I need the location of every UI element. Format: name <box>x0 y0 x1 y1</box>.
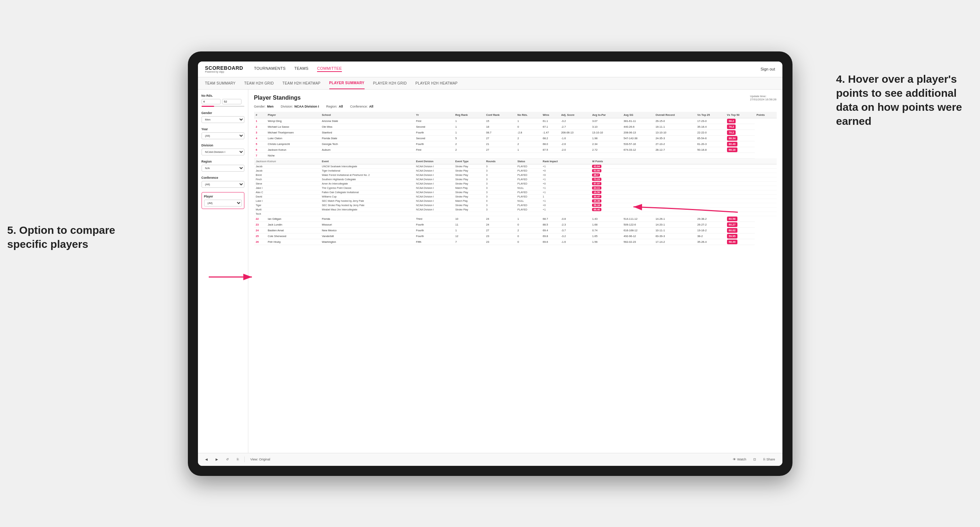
update-time-area: Update time: 27/01/2024 16:56:26 <box>750 95 776 101</box>
filter-division-value: NCAA Division I <box>294 105 319 108</box>
update-date: 27/01/2024 16:56:26 <box>750 98 776 101</box>
sub-nav-team-summary[interactable]: TEAM SUMMARY <box>205 77 236 89</box>
toolbar-icon-button[interactable]: ⊡ <box>751 457 758 462</box>
col-to-par: Avg to-Par <box>590 112 622 118</box>
event-col-rounds: Rounds <box>484 158 516 164</box>
yr-cell: First <box>414 118 453 124</box>
col-conf-rank: Conf Rank <box>484 112 516 118</box>
annotation-5: 5. Option to compare specific players <box>7 223 130 251</box>
filter-conference: Conference: All <box>350 105 374 108</box>
points-cell-1[interactable]: 98.2 <box>725 118 755 124</box>
points-cell-5[interactable]: 80.49 <box>725 141 755 147</box>
reload-button[interactable]: ↺ <box>224 457 231 462</box>
view-original-label: View: Original <box>250 457 270 461</box>
sidebar-player-section: Player (All) <box>202 192 244 209</box>
sidebar: No Rds. Gender Men Women <box>198 90 248 453</box>
filter-division-label: Division: <box>281 105 293 108</box>
sidebar-division-section: Division NCAA Division I <box>202 143 244 156</box>
filter-gender-value: Men <box>267 105 274 108</box>
event-detail-row: Tech <box>254 211 777 216</box>
filter-gender: Gender: Men <box>254 105 274 108</box>
table-row: 1 Wenyi Ding Arizona State First 115161.… <box>254 118 777 124</box>
col-reg-rank: Reg Rank <box>453 112 484 118</box>
no-rds-min-input[interactable] <box>202 99 221 104</box>
share-button[interactable]: ⎘ Share <box>761 457 777 462</box>
points-cell-25[interactable]: 59.95 <box>725 233 755 239</box>
sidebar-region-section: Region N/A <box>202 160 244 171</box>
event-detail-row: MurttMirabel Maui Jim IntercollegiateNCA… <box>254 207 777 211</box>
sub-nav-player-h2h-grid[interactable]: PLAYER H2H GRID <box>373 77 407 89</box>
table-row: 6 Jackson KoirunAuburnFirst 227187.5-2.0… <box>254 147 777 152</box>
table-row: 22 Ian GilliganFloridaThird 1024168.7-0.… <box>254 216 777 222</box>
back-button[interactable]: ◀ <box>203 457 210 462</box>
sidebar-year-select[interactable]: (All) <box>202 132 244 139</box>
table-row: 5 Christo LamprechtGeorgia TechFourth 22… <box>254 141 777 147</box>
tablet-frame: SCOREBOARD Powered by clipp TOURNAMENTS … <box>188 51 792 476</box>
col-points: Points <box>755 112 776 118</box>
col-adj-score: Adj. Score <box>559 112 590 118</box>
sidebar-conference-select[interactable]: (All) <box>202 181 244 188</box>
sub-nav-team-h2h-heatmap[interactable]: TEAM H2H HEATMAP <box>283 77 321 89</box>
watch-button[interactable]: 👁 Watch <box>730 457 748 462</box>
sidebar-year-section: Year (All) <box>202 127 244 139</box>
eye-icon: 👁 <box>733 457 736 461</box>
share-icon: ⎘ <box>763 457 765 461</box>
watch-label: Watch <box>737 457 746 461</box>
filter-gender-label: Gender: <box>254 105 266 108</box>
event-detail-row: FinchSouthern Highlands CollegiateNCAA D… <box>254 177 777 181</box>
sidebar-region-label: Region <box>202 160 244 163</box>
points-cell-24[interactable]: 60.02 <box>725 227 755 233</box>
forward-button[interactable]: ▶ <box>213 457 220 462</box>
no-rds-max-input[interactable] <box>222 99 242 104</box>
player-cell: Wenyi Ding <box>266 118 320 124</box>
share-label: Share <box>766 457 775 461</box>
view-original-button[interactable]: View: Original <box>248 457 272 462</box>
points-cell-22[interactable]: 60.58 <box>725 216 755 222</box>
sidebar-region-select[interactable]: N/A <box>202 165 244 171</box>
nav-item-teams[interactable]: TEAMS <box>294 66 309 72</box>
sub-nav-player-h2h-heatmap[interactable]: PLAYER H2H HEATMAP <box>415 77 457 89</box>
col-school: School <box>320 112 414 118</box>
event-col-status: Status <box>516 158 541 164</box>
points-cell-4[interactable]: 88.34 <box>725 135 755 141</box>
nav-item-committee[interactable]: COMMITTEE <box>317 66 342 72</box>
table-row: 2 Michael La SassoOle MissSecond 118067.… <box>254 124 777 130</box>
filter-region: Region: All <box>326 105 343 108</box>
slider-track[interactable] <box>202 106 244 107</box>
sidebar-gender-select[interactable]: Men Women <box>202 116 244 123</box>
logo-text: SCOREBOARD <box>205 65 243 70</box>
logo-sub: Powered by clipp <box>205 70 243 73</box>
col-overall: Overall Record <box>654 112 695 118</box>
event-col-type: Event Type <box>453 158 484 164</box>
sidebar-division-select[interactable]: NCAA Division I <box>202 149 244 156</box>
filter-conference-label: Conference: <box>350 105 368 108</box>
col-no-rds: No Rds. <box>516 112 541 118</box>
points-cell-2[interactable]: 76.2 <box>725 124 755 130</box>
event-col-wpoints: W Points <box>590 158 776 164</box>
filters-row: Gender: Men Division: NCAA Division I Re… <box>254 105 777 108</box>
col-player: Player <box>266 112 320 118</box>
event-header-row: Jackson Koirun Event Event Division Even… <box>254 158 777 164</box>
slider-fill <box>202 106 215 107</box>
share-icon-button[interactable]: ⎘ <box>235 457 241 462</box>
panel-title: Player Standings <box>254 95 301 101</box>
sidebar-player-select[interactable]: (All) <box>204 200 242 206</box>
points-cell-23[interactable]: 60.27 <box>725 222 755 227</box>
sub-nav-team-h2h-grid[interactable]: TEAM H2H GRID <box>244 77 274 89</box>
sign-out-link[interactable]: Sign out <box>760 67 775 71</box>
sidebar-no-rds-label: No Rds. <box>202 94 244 97</box>
sub-nav-player-summary[interactable]: PLAYER SUMMARY <box>329 77 364 89</box>
table-row: 24 Bastien AmatNew MexicoFourth 127269.4… <box>254 227 777 233</box>
table-row: 7 Niche <box>254 152 777 158</box>
points-cell-3[interactable]: 70.2 <box>725 130 755 135</box>
table-row: 26 Petr HrubyWashingtonFifth 723069.6-1.… <box>254 239 777 244</box>
sub-nav: TEAM SUMMARY TEAM H2H GRID TEAM H2H HEAT… <box>198 77 783 90</box>
points-cell-26[interactable]: 58.49 <box>725 239 755 244</box>
sidebar-player-label: Player <box>204 195 242 198</box>
points-cell-6[interactable]: 68.18 <box>725 147 755 152</box>
nav-bar: SCOREBOARD Powered by clipp TOURNAMENTS … <box>198 62 783 77</box>
panel-title-area: Player Standings <box>254 95 301 101</box>
nav-right: Sign out <box>760 67 775 71</box>
toolbar-right: 👁 Watch ⊡ ⎘ Share <box>730 457 777 462</box>
nav-item-tournaments[interactable]: TOURNAMENTS <box>254 66 286 72</box>
